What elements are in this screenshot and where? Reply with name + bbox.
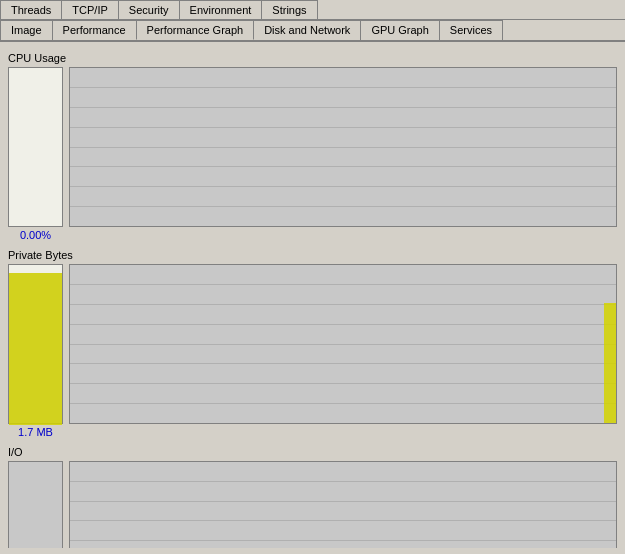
cpu-section: CPU Usage 0.00% (8, 52, 617, 241)
private-bytes-section: Private Bytes 1.7 MB (8, 249, 617, 438)
io-graph-row (8, 461, 617, 548)
cpu-graph-row: 0.00% (8, 67, 617, 241)
io-small-graph (8, 461, 63, 548)
tab-image[interactable]: Image (0, 20, 53, 40)
private-large-graph (69, 264, 617, 424)
content-area: CPU Usage 0.00% (0, 42, 625, 548)
tab-performance-graph[interactable]: Performance Graph (136, 20, 255, 40)
tab-disk-and-network[interactable]: Disk and Network (253, 20, 361, 40)
tab-environment[interactable]: Environment (179, 0, 263, 19)
io-section: I/O (8, 446, 617, 548)
private-bytes-value: 1.7 MB (18, 426, 53, 438)
private-bytes-label: Private Bytes (8, 249, 617, 261)
tab-performance[interactable]: Performance (52, 20, 137, 40)
private-spike (604, 303, 616, 423)
cpu-small-graph (8, 67, 63, 227)
private-small-graph (8, 264, 63, 424)
tab-tcpip[interactable]: TCP/IP (61, 0, 118, 19)
tab-strings[interactable]: Strings (261, 0, 317, 19)
tab-row-1: Threads TCP/IP Security Environment Stri… (0, 0, 625, 20)
app-container: Threads TCP/IP Security Environment Stri… (0, 0, 625, 548)
io-label: I/O (8, 446, 617, 458)
tab-threads[interactable]: Threads (0, 0, 62, 19)
tab-security[interactable]: Security (118, 0, 180, 19)
cpu-large-graph (69, 67, 617, 227)
cpu-value: 0.00% (20, 229, 51, 241)
cpu-label: CPU Usage (8, 52, 617, 64)
tab-gpu-graph[interactable]: GPU Graph (360, 20, 439, 40)
tab-row-2: Image Performance Performance Graph Disk… (0, 20, 625, 42)
io-large-graph (69, 461, 617, 548)
tab-services[interactable]: Services (439, 20, 503, 40)
private-graph-row: 1.7 MB (8, 264, 617, 438)
